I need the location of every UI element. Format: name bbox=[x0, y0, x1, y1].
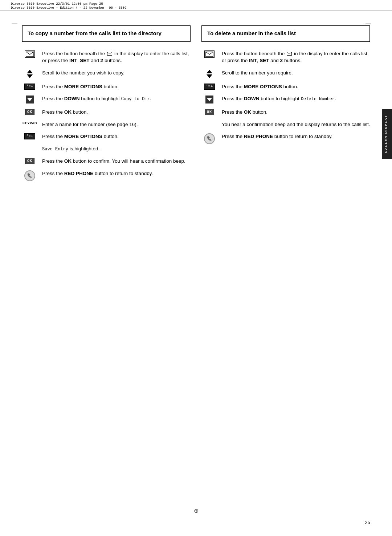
left-step-2: Scroll to the number you wish to copy. bbox=[22, 69, 191, 78]
left-step-3-text: Press the MORE OPTIONS button. bbox=[42, 83, 191, 90]
left-step-2-text: Scroll to the number you wish to copy. bbox=[42, 69, 191, 77]
left-step-3-icon: '≡+ bbox=[22, 84, 38, 90]
right-step-1-text: Press the button beneath the in the disp… bbox=[222, 50, 370, 64]
page-body: To copy a number from the calls list to … bbox=[0, 11, 392, 203]
reg-mark-right: — bbox=[365, 20, 372, 27]
right-step-3: '≡+ Press the MORE OPTIONS button. bbox=[201, 83, 370, 90]
right-step-4-icon bbox=[201, 96, 217, 103]
envelope-icon bbox=[25, 50, 35, 58]
envelope-icon-r bbox=[204, 50, 215, 58]
right-step-4: Press the DOWN button to highlight Delet… bbox=[201, 95, 370, 103]
right-column: To delete a number in the calls list Pre… bbox=[201, 25, 370, 144]
right-step-2-text: Scroll to the number you require. bbox=[222, 69, 370, 77]
right-step-5-icon: OK bbox=[201, 109, 217, 115]
ok-icon-2: OK bbox=[25, 158, 34, 164]
right-section-title: To delete a number in the calls list bbox=[201, 25, 370, 42]
left-step-10-text: Press the RED PHONE button to return to … bbox=[42, 170, 191, 177]
right-step-5: OK Press the OK button. bbox=[201, 109, 370, 116]
scroll-arrows-icon bbox=[27, 70, 33, 78]
left-steps-list: Press the button beneath the in the disp… bbox=[22, 50, 191, 181]
left-step-6-icon: KEYPAD bbox=[22, 121, 38, 125]
right-step-3-icon: '≡+ bbox=[201, 84, 217, 90]
left-step-2-icon bbox=[22, 70, 38, 78]
header-line2: Diverse 3010 Executive – Edition 4 – 22 … bbox=[11, 6, 381, 10]
right-step-5-text: Press the OK button. bbox=[222, 109, 370, 116]
left-step-4-text: Press the DOWN button to highlight Copy … bbox=[42, 95, 191, 102]
left-column: To copy a number from the calls list to … bbox=[22, 25, 191, 181]
right-step-7: Press the RED PHONE button to return to … bbox=[201, 133, 370, 144]
right-step-7-text: Press the RED PHONE button to return to … bbox=[222, 133, 370, 140]
right-step-3-text: Press the MORE OPTIONS button. bbox=[222, 83, 370, 90]
left-step-5: OK Press the OK button. bbox=[22, 109, 191, 116]
right-step-2: Scroll to the number you require. bbox=[201, 69, 370, 78]
right-step-1: Press the button beneath the in the disp… bbox=[201, 50, 370, 64]
red-phone-icon-r bbox=[204, 133, 215, 144]
left-step-7: '≡+ Press the MORE OPTIONS button. bbox=[22, 133, 191, 140]
right-step-2-icon bbox=[201, 70, 217, 78]
reg-mark-bottom: ⊕ bbox=[192, 507, 200, 514]
caller-display-tab: CALLER DISPLAY bbox=[382, 109, 392, 159]
left-step-9-icon: OK bbox=[22, 158, 38, 164]
left-step-9: OK Press the OK button to confirm. You w… bbox=[22, 158, 191, 165]
ok-icon-r: OK bbox=[205, 109, 214, 115]
left-step-1-text: Press the button beneath the in the disp… bbox=[42, 50, 191, 64]
more-options-icon-r: '≡+ bbox=[204, 84, 215, 90]
left-step-5-icon: OK bbox=[22, 109, 38, 115]
more-options-icon: '≡+ bbox=[24, 84, 35, 90]
left-step-10: Press the RED PHONE button to return to … bbox=[22, 170, 191, 181]
left-step-10-icon bbox=[22, 170, 38, 181]
right-steps-list: Press the button beneath the in the disp… bbox=[201, 50, 370, 145]
more-options-icon-2: '≡+ bbox=[24, 133, 35, 139]
red-phone-icon bbox=[24, 170, 35, 181]
left-step-1: Press the button beneath the in the disp… bbox=[22, 50, 191, 64]
left-step-1-icon bbox=[22, 50, 38, 58]
left-step-4: Press the DOWN button to highlight Copy … bbox=[22, 95, 191, 103]
right-step-4-text: Press the DOWN button to highlight Delet… bbox=[222, 95, 370, 102]
left-step-6-text: Enter a name for the number (see page 16… bbox=[42, 121, 191, 128]
scroll-arrows-icon-r bbox=[207, 70, 212, 78]
left-step-7-icon: '≡+ bbox=[22, 133, 38, 139]
left-section-title: To copy a number from the calls list to … bbox=[22, 25, 191, 42]
ok-icon: OK bbox=[25, 109, 34, 115]
header-line1: Diverse 3010 Executive 22/3/01 12:03 pm … bbox=[11, 2, 381, 6]
left-step-7-text: Press the MORE OPTIONS button. bbox=[42, 133, 191, 140]
left-step-8: Save Entry is highlighted. bbox=[22, 145, 191, 153]
left-step-5-text: Press the OK button. bbox=[42, 109, 191, 116]
right-step-6-text: You hear a confirmation beep and the dis… bbox=[222, 121, 370, 128]
left-step-4-icon bbox=[22, 96, 38, 103]
left-step-9-text: Press the OK button to confirm. You will… bbox=[42, 158, 191, 165]
down-arrow-icon-r bbox=[205, 96, 213, 103]
right-step-1-icon bbox=[201, 50, 217, 58]
left-step-8-text: Save Entry is highlighted. bbox=[42, 145, 191, 153]
page-number: 25 bbox=[365, 520, 370, 525]
left-step-6: KEYPAD Enter a name for the number (see … bbox=[22, 121, 191, 128]
left-step-3: '≡+ Press the MORE OPTIONS button. bbox=[22, 83, 191, 90]
right-step-7-icon bbox=[201, 133, 217, 144]
reg-mark-left: — bbox=[11, 20, 18, 27]
down-arrow-icon bbox=[26, 96, 34, 103]
keypad-icon: KEYPAD bbox=[23, 121, 37, 125]
right-step-6: You hear a confirmation beep and the dis… bbox=[201, 121, 370, 128]
page-header: Diverse 3010 Executive 22/3/01 12:03 pm … bbox=[0, 0, 392, 11]
